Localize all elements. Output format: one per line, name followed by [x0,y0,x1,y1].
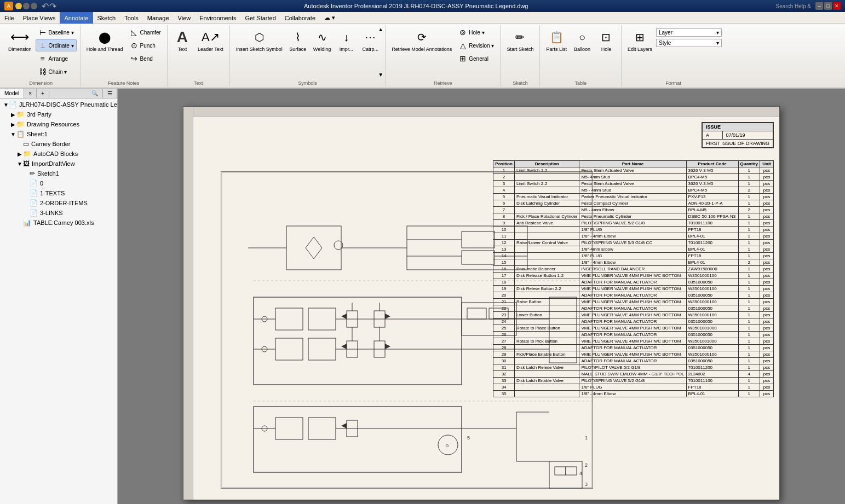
menu-manage[interactable]: Manage [143,12,174,24]
import-btn[interactable]: ↓ Impr... [335,26,358,55]
retrieve-label: Retrieve Model Annotations [392,47,452,53]
chamfer-btn[interactable]: ◺ Chamfer [127,26,164,38]
style-select[interactable]: Style ▾ [656,39,722,47]
bom-cell-5-2: Festo Compact Cylinder [579,200,686,206]
menu-sketch[interactable]: Sketch [93,12,120,24]
bom-cell-3-5: pcs [760,187,774,193]
baseline-btn[interactable]: ⊢ Baseline ▾ [36,26,77,38]
svg-rect-2 [286,226,341,270]
quick-access-1[interactable] [15,3,22,9]
start-sketch-btn[interactable]: ✏ Start Sketch [504,26,536,55]
hole-btn[interactable]: ⊚ Hole ▾ [456,26,497,38]
import-toggle[interactable]: ▼ [16,161,23,167]
tree-texts[interactable]: 📄 1-TEXTS [1,188,116,198]
undo-btn[interactable]: ↶ [42,1,49,11]
insert-sketch-btn[interactable]: ⬡ Insert Sketch Symbol [233,26,285,55]
ribbon-group-dimension: ⟷ Dimension ⊢ Baseline ▾ ⟂ Ordinate ▾ ≡ [2,25,81,86]
tree-links[interactable]: 📄 3-LINKS [1,208,116,218]
sheet1-toggle[interactable]: ▼ [10,131,16,137]
tree-sheet1[interactable]: ▼ 📋 Sheet:1 [1,129,116,139]
revision-btn[interactable]: △ Revision ▾ [456,39,497,51]
menu-place-views[interactable]: Place Views [19,12,60,24]
menu-file[interactable]: File [0,12,19,24]
welding-icon: ∿ [313,28,331,46]
hole-thread-label: Hole and Thread [87,47,123,53]
menu-view[interactable]: View [174,12,196,24]
table-group-label: Table [540,80,621,86]
menu-get-started[interactable]: Get Started [241,12,280,24]
3rdparty-toggle[interactable]: ▶ [10,112,16,118]
chain-btn[interactable]: ⛓ Chain ▾ [36,66,77,78]
layer-select[interactable]: Layer ▾ [656,28,722,37]
tree-zero[interactable]: 📄 0 [1,178,116,188]
welding-btn[interactable]: ∿ Welding [311,26,334,55]
quick-access-3[interactable] [31,3,37,9]
drawing-resources-toggle[interactable]: ▶ [10,121,16,128]
maximize-btn[interactable]: □ [824,2,832,10]
bom-cell-11-4: 1 [738,239,760,246]
menu-annotate[interactable]: Annotate [60,12,93,24]
menu-tools[interactable]: Tools [120,12,143,24]
hole-thread-btn[interactable]: ⬤ Hole and Thread [84,26,126,55]
tree-carney-border[interactable]: ▭ Carney Border [1,139,116,149]
symbols-scroll-down[interactable]: ▼ [378,72,383,78]
balloon-btn[interactable]: ○ Balloon [571,26,594,55]
search-tab[interactable]: 🔍 [87,89,103,98]
retrieve-btn[interactable]: ⟳ Retrieve Model Annotations [389,26,455,55]
menu-collaborate[interactable]: Collaborate [280,12,320,24]
symbols-content: ⬡ Insert Sketch Symbol ⌇ Surface ∿ Weldi… [233,26,382,85]
text-btn[interactable]: A Text [171,26,194,55]
quick-access-2[interactable] [23,3,30,9]
tree-drawing-resources[interactable]: ▶ 📁 Drawing Resources [1,119,116,129]
bom-cell-15-2: INGERSOLL RAND BALANCER [579,265,686,272]
bom-cell-23-3: 0351000050 [686,318,738,325]
format-group-label: Format [622,80,725,86]
sketch1-label: Sketch1 [37,170,59,177]
model-tab[interactable]: Model [0,89,24,98]
svg-rect-8 [462,231,495,248]
hole-table-btn[interactable]: ⊡ Hole [595,26,618,55]
menu-environments[interactable]: Environments [195,12,240,24]
bend-btn[interactable]: ↪ Bend [127,53,164,65]
punch-btn[interactable]: ⊙ Punch [127,39,164,51]
redo-btn[interactable]: ↷ [49,1,56,11]
surface-btn[interactable]: ⌇ Surface [286,26,309,55]
bom-cell-15-4: 1 [738,265,760,272]
bom-cell-4-5: pcs [760,193,774,200]
tree-root[interactable]: ▼ 📄 JLRH074-DISC-ASSY Pneumatic Legend.d… [1,100,116,109]
svg-marker-55 [385,344,390,349]
tree-sketch1[interactable]: ✏ Sketch1 [1,169,116,178]
ordinate-btn[interactable]: ⟂ Ordinate ▾ [36,39,77,51]
tree-import-draft[interactable]: ▼ 🖼 ImportDraftView [1,159,116,169]
bom-cell-30-5: pcs [760,364,774,370]
bom-cell-29-5: pcs [760,357,774,364]
general-btn[interactable]: ⊞ General [456,53,497,65]
bom-cell-21-3: 0351000050 [686,305,738,311]
menu-tab[interactable]: ☰ [103,89,117,98]
autocad-toggle[interactable]: ▶ [16,151,23,157]
tree-autocad-blocks[interactable]: ▶ 📁 AutoCAD Blocks [1,149,116,159]
canvas-area[interactable]: ISSUE A 07/01/19 FIRST ISSUE OF DRAWING [118,89,845,504]
text-group-content: A Text A↗ Leader Text [171,26,226,85]
search-help[interactable]: Search Help & [776,3,811,9]
close-tab[interactable]: × [24,89,37,98]
tree-order-items[interactable]: 📄 2-ORDER-ITEMS [1,198,116,208]
leader-text-btn[interactable]: A↗ Leader Text [195,26,226,55]
revision-label: Revision ▾ [469,43,494,49]
tree-table[interactable]: 📊 TABLE:Carney 003.xls [1,218,116,228]
symbols-scroll-up[interactable]: ▲ [378,26,383,32]
text-group-label: Text [168,80,229,86]
import-label: Impr... [340,47,353,53]
minimize-btn[interactable]: – [815,2,823,10]
bom-cell-29-2: ADAPTOR FOR MANUAL ACTUATOR [579,357,686,364]
tree-3rdparty[interactable]: ▶ 📁 3rd Party [1,109,116,119]
menu-cloud[interactable]: ☁ ▾ [320,12,340,24]
dimension-btn[interactable]: ⟷ Dimension [5,26,35,55]
style-chevron: ▾ [716,40,719,46]
parts-list-btn[interactable]: 📋 Parts List [543,26,570,55]
edit-layers-btn[interactable]: ⊞ Edit Layers [625,26,655,55]
close-btn[interactable]: ✕ [833,2,841,10]
add-tab[interactable]: + [37,89,49,98]
arrange-btn[interactable]: ≡ Arrange [36,53,77,65]
root-toggle[interactable]: ▼ [3,102,9,108]
